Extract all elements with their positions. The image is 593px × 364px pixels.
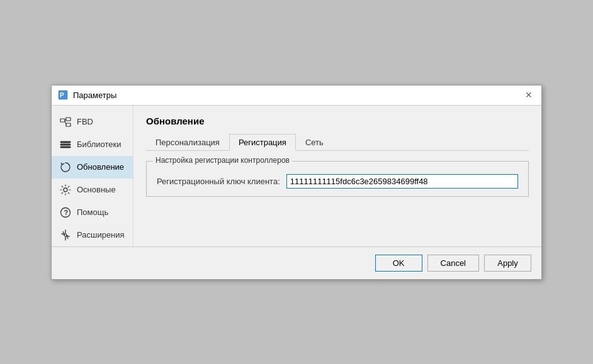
svg-rect-4: [66, 123, 71, 126]
svg-point-10: [64, 188, 67, 192]
tab-content-registration: Настройка регистрации контроллеров Регис…: [146, 161, 529, 236]
sidebar-label-main: Основные: [77, 185, 116, 194]
libraries-icon: [59, 138, 72, 151]
title-bar: P Параметры ✕: [52, 85, 541, 106]
sidebar-label-fbd: FBD: [77, 117, 93, 126]
app-icon: P: [58, 90, 68, 100]
section-title: Обновление: [146, 116, 529, 126]
sidebar-item-extensions[interactable]: Расширения: [52, 224, 133, 246]
sidebar-label-update: Обновление: [77, 162, 124, 172]
registration-key-row: Регистрационный ключ клиента:: [157, 174, 518, 189]
update-icon: [59, 161, 72, 174]
settings-icon: [59, 184, 72, 196]
sidebar-label-help: Помощь: [77, 207, 108, 217]
sidebar-item-update[interactable]: Обновление: [52, 156, 133, 179]
svg-point-13: [64, 234, 67, 236]
svg-rect-7: [60, 141, 71, 143]
registration-key-label: Регистрационный ключ клиента:: [157, 177, 280, 186]
svg-rect-9: [60, 146, 71, 148]
tab-network[interactable]: Сеть: [296, 134, 333, 151]
svg-text:?: ?: [64, 209, 69, 216]
tab-registration[interactable]: Регистрация: [229, 134, 296, 151]
close-button[interactable]: ✕: [522, 89, 535, 101]
main-content: Обновление Персонализация Регистрация Се…: [133, 106, 541, 246]
svg-text:P: P: [60, 92, 64, 99]
registration-key-input[interactable]: [286, 174, 518, 189]
dialog-body: FBD Библиотеки: [52, 106, 541, 246]
svg-line-6: [65, 120, 66, 124]
fbd-icon: [59, 116, 72, 128]
svg-rect-3: [66, 118, 71, 121]
svg-rect-8: [60, 144, 71, 145]
help-icon: ?: [59, 206, 72, 219]
sidebar-label-extensions: Расширения: [77, 230, 125, 240]
sidebar-label-libraries: Библиотеки: [77, 140, 121, 149]
sidebar-item-main[interactable]: Основные: [52, 179, 133, 201]
registration-group: Настройка регистрации контроллеров Регис…: [146, 161, 529, 197]
dialog-footer: OK Cancel Apply: [52, 246, 541, 279]
dialog-window: P Параметры ✕ FBD: [51, 85, 542, 280]
extensions-icon: [59, 229, 72, 241]
tab-personalization[interactable]: Персонализация: [146, 134, 229, 151]
title-bar-left: P Параметры: [58, 90, 116, 100]
apply-button[interactable]: Apply: [484, 255, 531, 272]
tabs-bar: Персонализация Регистрация Сеть: [146, 134, 529, 151]
ok-button[interactable]: OK: [375, 255, 422, 272]
sidebar: FBD Библиотеки: [52, 106, 133, 246]
svg-rect-2: [60, 119, 65, 122]
cancel-button[interactable]: Cancel: [427, 255, 479, 272]
sidebar-item-help[interactable]: ? Помощь: [52, 201, 133, 224]
sidebar-item-fbd[interactable]: FBD: [52, 111, 133, 133]
sidebar-item-libraries[interactable]: Библиотеки: [52, 133, 133, 156]
group-legend: Настройка регистрации контроллеров: [153, 156, 292, 165]
dialog-title: Параметры: [73, 91, 116, 100]
